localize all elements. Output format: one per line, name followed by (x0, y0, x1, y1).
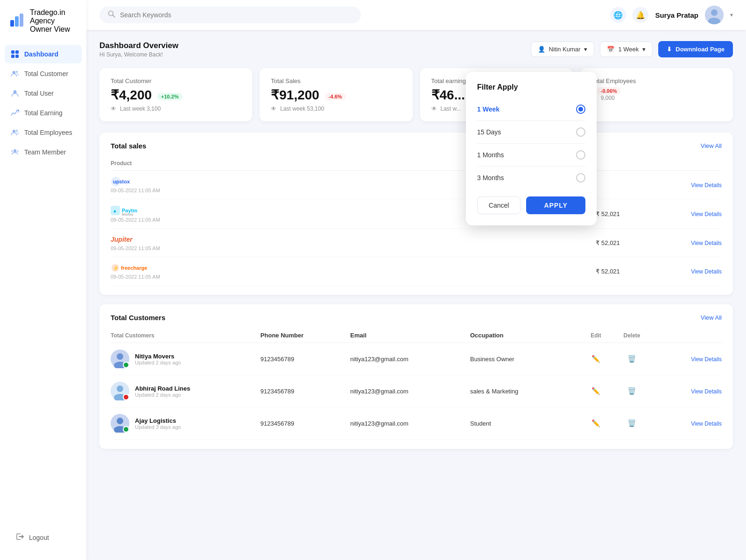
user-dropdown-icon[interactable]: ▾ (730, 12, 733, 18)
customer-view-details[interactable]: View Details (691, 420, 722, 427)
sidebar-item-total-earning[interactable]: Total Earning (5, 104, 82, 122)
sidebar-item-label: Team Member (24, 148, 66, 156)
view-details-link[interactable]: View Details (691, 240, 722, 246)
stat-value: ₹91,200 (271, 87, 319, 103)
stat-badge: +10.2% (157, 93, 183, 100)
search-bar[interactable] (99, 7, 361, 23)
svg-point-14 (17, 150, 19, 152)
dashboard-subtitle: Hi Surya, Welcome Back! (99, 51, 178, 58)
sidebar-logout-section: Logout (0, 523, 86, 552)
search-input[interactable] (120, 11, 352, 19)
sidebar-item-total-employees[interactable]: Total Employees (5, 123, 82, 142)
sales-table-header: Product (111, 156, 722, 171)
svg-rect-3 (11, 50, 14, 54)
logout-label: Logout (29, 534, 49, 541)
filter-week-label: 1 Week (618, 46, 639, 53)
customer-name: Ajay Logistics (135, 417, 181, 424)
svg-text:Money: Money (122, 212, 133, 216)
view-details-link[interactable]: View Details (691, 211, 722, 217)
amount-value: ₹ 52,021 (596, 239, 619, 246)
download-button[interactable]: ⬇ Downnload Page (658, 41, 733, 57)
search-icon (108, 10, 115, 20)
status-badge (123, 362, 129, 368)
stat-footer-text: Last week 3,100 (120, 105, 161, 112)
view-details-link[interactable]: View Details (691, 182, 722, 189)
customer-phone: 9123456789 (260, 388, 351, 395)
customer-email: nitiya123@gmail.com (350, 356, 470, 363)
edit-button[interactable]: ✏️ (590, 353, 602, 365)
radio-button[interactable] (576, 150, 585, 160)
globe-icon[interactable]: 🌐 (610, 7, 626, 23)
filter-week-button[interactable]: 📅 1 Week ▾ (600, 42, 653, 57)
sidebar-item-label: Total Earning (24, 109, 63, 117)
sidebar-item-total-user[interactable]: Total User (5, 84, 82, 103)
stat-value: ₹46... (431, 87, 465, 103)
customers-view-all-button[interactable]: View All (701, 314, 722, 321)
filter-cancel-button[interactable]: Cancel (477, 196, 521, 214)
sidebar-nav: Dashboard Total Customer Total User (0, 45, 86, 523)
filter-option-1week[interactable]: 1 Week (477, 100, 585, 119)
customer-avatar (111, 350, 129, 368)
sidebar-item-team-member[interactable]: Team Member (5, 143, 82, 161)
sidebar-item-dashboard[interactable]: Dashboard (5, 45, 82, 63)
radio-inner (578, 107, 583, 112)
topbar: 🌐 🔔 Surya Pratap ▾ (86, 0, 746, 30)
stat-card-total-employees: Total Employees -0.06% 👁 9,000 (580, 68, 733, 121)
delete-button[interactable]: 🗑️ (626, 353, 638, 365)
customer-name: Abhiraj Road Lines (135, 385, 190, 392)
radio-button[interactable] (576, 105, 585, 114)
customer-email: nitiya123@gmail.com (350, 388, 470, 395)
delete-button[interactable]: 🗑️ (626, 385, 638, 397)
logout-button[interactable]: Logout (10, 528, 76, 547)
svg-rect-2 (20, 14, 23, 27)
delete-button[interactable]: 🗑️ (626, 417, 638, 429)
sidebar-item-total-customer[interactable]: Total Customer (5, 64, 82, 83)
week-dropdown-icon: ▾ (642, 46, 646, 53)
edit-button[interactable]: ✏️ (590, 417, 602, 429)
svg-point-11 (16, 130, 18, 132)
logout-icon (16, 532, 24, 542)
sidebar: Tradego.in Agency Owner View Dashboard (0, 0, 86, 560)
filter-user-label: Nitin Kumar (549, 46, 581, 53)
svg-text:freecharge: freecharge (121, 265, 147, 271)
svg-text:▲: ▲ (113, 208, 117, 213)
total-user-icon (10, 89, 20, 98)
filter-option-label: 15 Days (477, 128, 501, 136)
edit-button[interactable]: ✏️ (590, 385, 602, 397)
svg-point-34 (117, 385, 123, 392)
svg-text:upstox: upstox (113, 179, 130, 184)
filter-user-button[interactable]: 👤 Nitin Kumar ▾ (531, 42, 595, 57)
product-upstox: upstox 09-05-2022 11:05 AM (111, 176, 323, 193)
amount-value: ₹ 52,021 (596, 268, 619, 275)
view-details-link[interactable]: View Details (691, 268, 722, 275)
main-content: 🌐 🔔 Surya Pratap ▾ Dashboard Overview Hi… (86, 0, 746, 560)
filter-apply-button[interactable]: APPLY (526, 196, 585, 214)
divider (477, 166, 585, 167)
product-paytm: ▲ Paytm Money 09-05-2022 11:05 AM (111, 205, 323, 223)
svg-point-13 (11, 150, 13, 152)
customer-view-details[interactable]: View Details (691, 356, 722, 363)
customer-name: Nitiya Movers (135, 353, 181, 360)
bell-icon[interactable]: 🔔 (633, 7, 648, 23)
customer-view-details[interactable]: View Details (691, 388, 722, 395)
view-all-button[interactable]: View All (701, 142, 722, 149)
radio-button[interactable] (576, 173, 585, 182)
svg-rect-5 (11, 55, 14, 58)
sidebar-item-label: Total Customer (24, 70, 68, 77)
product-date: 09-05-2022 11:05 AM (111, 245, 323, 251)
col-header-edit: Edit (578, 332, 614, 339)
svg-line-16 (113, 15, 115, 17)
total-earning-icon (10, 108, 20, 118)
svg-text:Jupiter: Jupiter (111, 236, 133, 243)
svg-point-8 (16, 71, 18, 73)
filter-option-15days[interactable]: 15 Days (477, 123, 585, 141)
user-name: Surya Pratap (655, 11, 698, 19)
filter-option-3months[interactable]: 3 Months (477, 168, 585, 187)
sidebar-item-label: Total Employees (24, 129, 72, 136)
topbar-right: 🌐 🔔 Surya Pratap ▾ (610, 6, 733, 24)
svg-rect-1 (15, 16, 19, 27)
filter-option-1month[interactable]: 1 Months (477, 146, 585, 164)
section-header: Total Customers View All (111, 314, 722, 322)
radio-button[interactable] (576, 127, 585, 137)
stats-row: Total Customer ₹4,200 +10.2% 👁 Last week… (99, 68, 733, 121)
